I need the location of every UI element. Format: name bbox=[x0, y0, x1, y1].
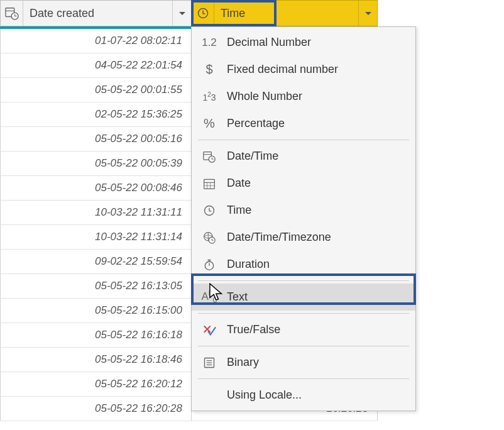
menu-item-percentage[interactable]: % Percentage bbox=[192, 110, 415, 137]
datetimezone-icon bbox=[199, 231, 219, 244]
menu-separator bbox=[198, 313, 409, 314]
table-cell[interactable]: 05-05-22 16:13:05 bbox=[0, 274, 191, 299]
column-date-created: Date created 01-07-22 08:02:11 04-05-22 … bbox=[0, 0, 191, 421]
time-type-icon[interactable] bbox=[192, 1, 214, 26]
table-cell[interactable]: 05-05-22 16:20:12 bbox=[0, 372, 191, 397]
menu-item-whole-number[interactable]: 123 Whole Number bbox=[192, 83, 415, 110]
text-icon: ABC bbox=[199, 290, 219, 304]
column-header-label: Date created bbox=[23, 7, 172, 20]
table-cell[interactable]: 05-05-22 00:08:46 bbox=[0, 176, 191, 201]
data-type-dropdown-menu: 1.2 Decimal Number $ Fixed decimal numbe… bbox=[191, 26, 416, 411]
menu-item-time[interactable]: Time bbox=[192, 197, 415, 224]
menu-item-decimal-number[interactable]: 1.2 Decimal Number bbox=[192, 29, 415, 56]
table-cell[interactable]: 10-03-22 11:31:11 bbox=[0, 201, 191, 225]
column-filter-dropdown[interactable] bbox=[172, 1, 191, 26]
menu-item-text[interactable]: ABC Text bbox=[192, 284, 415, 311]
column-filter-dropdown[interactable] bbox=[358, 1, 377, 26]
column-header-time[interactable]: Time bbox=[191, 0, 378, 26]
datetime-type-icon[interactable] bbox=[1, 1, 23, 26]
table-cell[interactable]: 05-05-22 00:05:16 bbox=[0, 127, 191, 152]
duration-icon bbox=[199, 258, 219, 271]
binary-icon bbox=[199, 356, 219, 369]
chevron-down-icon bbox=[179, 12, 185, 15]
percentage-icon: % bbox=[199, 116, 219, 131]
table-cell[interactable]: 01-07-22 08:02:11 bbox=[0, 29, 191, 53]
currency-icon: $ bbox=[199, 62, 219, 77]
table-cell[interactable]: 05-05-22 16:16:18 bbox=[0, 323, 191, 348]
table-cell[interactable]: 02-05-22 15:36:25 bbox=[0, 102, 191, 127]
menu-separator bbox=[198, 280, 409, 281]
svg-rect-13 bbox=[204, 179, 215, 189]
table-cell[interactable]: 09-02-22 15:59:54 bbox=[0, 250, 191, 274]
decimal-icon: 1.2 bbox=[199, 36, 219, 49]
time-icon bbox=[199, 204, 219, 217]
column-header-date-created[interactable]: Date created bbox=[0, 0, 191, 26]
table-cell[interactable]: 05-05-22 00:01:55 bbox=[0, 78, 191, 102]
table-cell[interactable]: 05-05-22 16:18:46 bbox=[0, 348, 191, 372]
column-header-label: Time bbox=[214, 7, 358, 20]
date-icon bbox=[199, 177, 219, 190]
table-cell[interactable]: 10-03-22 11:31:14 bbox=[0, 225, 191, 250]
menu-separator bbox=[198, 346, 409, 346]
menu-item-fixed-decimal[interactable]: $ Fixed decimal number bbox=[192, 56, 415, 83]
menu-item-using-locale[interactable]: Using Locale... bbox=[192, 382, 415, 409]
menu-item-datetimezone[interactable]: Date/Time/Timezone bbox=[192, 224, 415, 251]
menu-separator bbox=[198, 378, 409, 379]
menu-item-duration[interactable]: Duration bbox=[192, 251, 415, 278]
svg-point-26 bbox=[205, 262, 213, 270]
whole-number-icon: 123 bbox=[199, 92, 219, 102]
menu-item-datetime[interactable]: Date/Time bbox=[192, 143, 415, 170]
table-cell[interactable]: 05-05-22 00:05:39 bbox=[0, 152, 191, 176]
menu-separator bbox=[198, 140, 409, 140]
table-cell[interactable]: 05-05-22 16:15:00 bbox=[0, 299, 191, 323]
table-cell[interactable]: 04-05-22 22:01:54 bbox=[0, 53, 191, 78]
datetime-icon bbox=[199, 150, 219, 163]
chevron-down-icon bbox=[365, 12, 371, 15]
menu-item-binary[interactable]: Binary bbox=[192, 349, 415, 376]
truefalse-icon bbox=[199, 323, 219, 337]
table-cell[interactable]: 05-05-22 16:20:28 bbox=[0, 397, 191, 421]
menu-item-truefalse[interactable]: True/False bbox=[192, 316, 415, 343]
menu-item-date[interactable]: Date bbox=[192, 170, 415, 197]
